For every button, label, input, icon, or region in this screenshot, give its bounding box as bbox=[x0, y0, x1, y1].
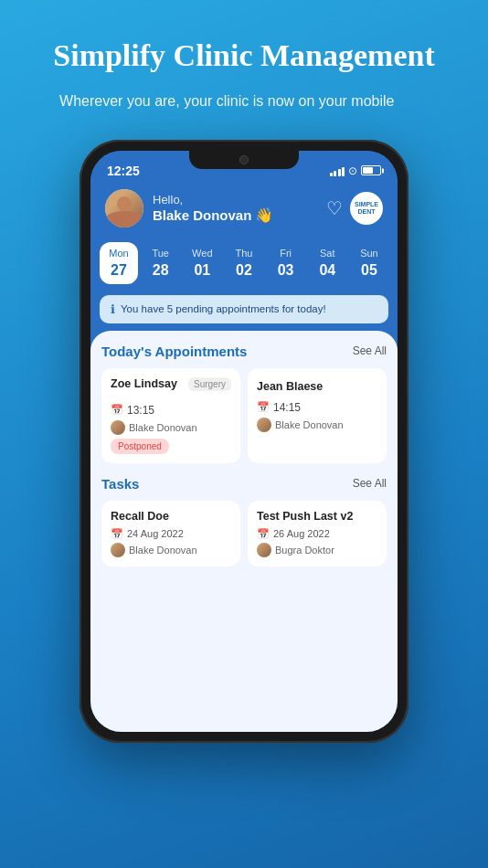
appointment-card-2[interactable]: Jean Blaese 📅 14:15 Blake Donovan bbox=[248, 368, 387, 463]
task-name-1: Recall Doe bbox=[111, 510, 231, 523]
avatar-image bbox=[105, 189, 143, 228]
appt-time-1: 13:15 bbox=[127, 404, 154, 417]
calendar-icon-2: 📅 bbox=[257, 401, 270, 413]
phone-notch bbox=[189, 151, 299, 169]
signal-icon bbox=[330, 165, 345, 176]
day-num-03: 03 bbox=[278, 262, 294, 279]
tasks-see-all[interactable]: See All bbox=[353, 477, 387, 490]
day-num-28: 28 bbox=[153, 262, 169, 279]
task-date-1: 24 Aug 2022 bbox=[127, 528, 184, 539]
info-icon: ℹ bbox=[111, 302, 115, 316]
appointments-see-all[interactable]: See All bbox=[353, 344, 387, 357]
appointments-title: Today's Appointments bbox=[101, 344, 247, 359]
day-thu-02[interactable]: Thu 02 bbox=[225, 242, 263, 284]
task-date-2: 26 Aug 2022 bbox=[273, 528, 330, 539]
doc-avatar-2 bbox=[257, 418, 271, 432]
appointments-grid: Zoe Lindsay Surgery 📅 13:15 Blake Donova… bbox=[101, 368, 387, 463]
day-name-wed: Wed bbox=[192, 248, 212, 259]
task-doctor-2: Bugra Doktor bbox=[257, 543, 377, 557]
task-doc-avatar-1 bbox=[111, 543, 125, 557]
day-num-02: 02 bbox=[236, 262, 252, 279]
appt-doctor-row-2: Blake Donovan bbox=[257, 418, 377, 432]
greeting-row: Hello, Blake Donovan 👋 ♡ SIMPLE DENT bbox=[105, 189, 383, 228]
day-mon-27[interactable]: Mon 27 bbox=[100, 242, 138, 284]
day-sat-04[interactable]: Sat 04 bbox=[308, 242, 346, 284]
tasks-title: Tasks bbox=[101, 476, 139, 492]
pending-banner: ℹ You have 5 pending appointments for to… bbox=[100, 295, 388, 323]
greeting-left: Hello, Blake Donovan 👋 bbox=[105, 189, 273, 228]
days-row: Mon 27 Tue 28 Wed 01 Thu 02 bbox=[100, 242, 388, 284]
task-card-1[interactable]: Recall Doe 📅 24 Aug 2022 Blake Donovan bbox=[101, 501, 240, 566]
brand-badge: SIMPLE DENT bbox=[350, 192, 383, 225]
task-card-2[interactable]: Test Push Last v2 📅 26 Aug 2022 Bugra Do… bbox=[248, 501, 387, 566]
greeting-text: Hello, Blake Donovan 👋 bbox=[153, 193, 273, 224]
day-name-mon: Mon bbox=[109, 248, 128, 259]
phone-frame: 12:25 ⊙ bbox=[80, 140, 408, 743]
phone-screen: 12:25 ⊙ bbox=[90, 151, 398, 732]
avatar bbox=[105, 189, 143, 228]
hero-section: Simplify Clinic Management Wherever you … bbox=[26, 0, 461, 131]
wave-emoji: 👋 bbox=[255, 206, 273, 224]
appt-doctor-row-1: Blake Donovan bbox=[111, 420, 231, 435]
day-num-05: 05 bbox=[361, 262, 377, 279]
appt-time-row-1: 📅 13:15 bbox=[111, 404, 231, 417]
appt-doctor-2: Blake Donovan bbox=[275, 419, 344, 430]
day-wed-01[interactable]: Wed 01 bbox=[183, 242, 221, 284]
doc-avatar-1 bbox=[111, 420, 125, 435]
calendar-strip: Mon 27 Tue 28 Wed 01 Thu 02 bbox=[90, 238, 398, 295]
day-name-tue: Tue bbox=[152, 248, 169, 259]
appointments-header: Today's Appointments See All bbox=[101, 344, 387, 359]
appt-time-row-2: 📅 14:15 bbox=[257, 401, 377, 414]
day-num-27: 27 bbox=[111, 262, 127, 279]
day-num-01: 01 bbox=[194, 262, 210, 279]
day-name-thu: Thu bbox=[235, 248, 252, 259]
wifi-icon: ⊙ bbox=[348, 164, 357, 177]
day-fri-03[interactable]: Fri 03 bbox=[267, 242, 305, 284]
day-sun-05[interactable]: Sun 05 bbox=[350, 242, 388, 284]
day-tue-28[interactable]: Tue 28 bbox=[142, 242, 180, 284]
hero-subtitle: Wherever you are, your clinic is now on … bbox=[53, 90, 400, 112]
task-name-2: Test Push Last v2 bbox=[257, 510, 377, 523]
task-date-row-2: 📅 26 Aug 2022 bbox=[257, 528, 377, 540]
tasks-header: Tasks See All bbox=[101, 476, 387, 492]
day-name-sat: Sat bbox=[320, 248, 335, 259]
appt-doctor-1: Blake Donovan bbox=[129, 422, 197, 433]
status-icons: ⊙ bbox=[330, 164, 382, 177]
battery-icon bbox=[361, 165, 381, 175]
task-cal-icon-2: 📅 bbox=[257, 528, 270, 540]
appt-tag-1: Surgery bbox=[188, 377, 231, 391]
task-date-row-1: 📅 24 Aug 2022 bbox=[111, 528, 231, 540]
appt-time-2: 14:15 bbox=[273, 401, 301, 414]
status-time: 12:25 bbox=[107, 164, 140, 178]
hero-title: Simplify Clinic Management bbox=[53, 37, 434, 76]
day-num-04: 04 bbox=[319, 262, 335, 279]
appointment-card-1[interactable]: Zoe Lindsay Surgery 📅 13:15 Blake Donova… bbox=[101, 368, 240, 463]
app-header: Hello, Blake Donovan 👋 ♡ SIMPLE DENT bbox=[90, 184, 398, 238]
day-name-sun: Sun bbox=[360, 248, 378, 259]
content-area: Today's Appointments See All Zoe Lindsay… bbox=[90, 331, 398, 732]
appt-name-1: Zoe Lindsay bbox=[111, 377, 177, 390]
calendar-icon-1: 📅 bbox=[111, 404, 123, 416]
tasks-section: Tasks See All Recall Doe 📅 24 Aug 2022 bbox=[101, 476, 387, 566]
pending-text: You have 5 pending appointments for toda… bbox=[121, 303, 326, 314]
greeting-name: Blake Donovan 👋 bbox=[153, 206, 273, 224]
header-right: ♡ SIMPLE DENT bbox=[326, 192, 383, 225]
phone-mockup: 12:25 ⊙ bbox=[80, 140, 408, 743]
task-doc-avatar-2 bbox=[257, 543, 271, 557]
appt-name-2: Jean Blaese bbox=[257, 380, 323, 393]
day-name-fri: Fri bbox=[280, 248, 292, 259]
task-cal-icon-1: 📅 bbox=[111, 528, 123, 540]
phone-camera bbox=[239, 155, 249, 164]
greeting-hello: Hello, bbox=[153, 193, 273, 206]
bell-icon[interactable]: ♡ bbox=[326, 197, 343, 219]
tasks-grid: Recall Doe 📅 24 Aug 2022 Blake Donovan bbox=[101, 501, 387, 566]
postponed-badge: Postponed bbox=[111, 439, 169, 454]
task-doctor-1: Blake Donovan bbox=[111, 543, 231, 557]
